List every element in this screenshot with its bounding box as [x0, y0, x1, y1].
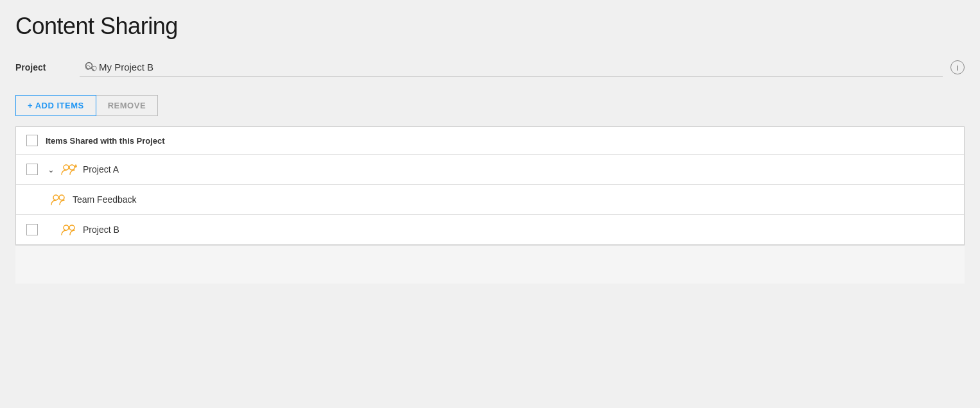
- svg-point-6: [53, 195, 58, 200]
- svg-point-2: [64, 165, 69, 170]
- table-row: Project B: [16, 215, 964, 244]
- row-label-project-b: Project B: [83, 225, 119, 235]
- chevron-down-icon[interactable]: ⌄: [44, 165, 57, 174]
- add-items-button[interactable]: + ADD ITEMS: [15, 95, 96, 116]
- items-table: Items Shared with this Project ⌄ Project…: [15, 126, 965, 245]
- toolbar: + ADD ITEMS REMOVE: [15, 95, 965, 116]
- table-header: Items Shared with this Project: [16, 127, 964, 155]
- page-title: Content Sharing: [15, 13, 965, 40]
- row-checkbox-project-b[interactable]: [26, 224, 38, 235]
- table-header-label: Items Shared with this Project: [46, 136, 165, 146]
- table-row: ⌄ Project A: [16, 155, 964, 185]
- table-footer-spacer: [15, 245, 965, 284]
- table-row: Team Feedback: [16, 185, 964, 215]
- search-icon: [85, 62, 95, 74]
- project-icon-project-b: [60, 223, 78, 237]
- project-label: Project: [15, 62, 80, 72]
- project-row: Project ○⌕ i: [15, 58, 965, 77]
- project-icon-project-a: [60, 162, 78, 176]
- svg-point-3: [69, 165, 74, 170]
- row-checkbox-project-a[interactable]: [26, 164, 38, 175]
- project-search-wrapper: ○⌕: [80, 58, 943, 77]
- project-search-input[interactable]: [80, 58, 943, 77]
- info-icon[interactable]: i: [950, 60, 965, 74]
- svg-point-8: [64, 225, 69, 230]
- header-checkbox[interactable]: [26, 135, 38, 146]
- project-icon-team-feedback: [49, 192, 67, 207]
- svg-point-9: [69, 225, 74, 230]
- svg-point-7: [59, 195, 64, 200]
- svg-line-1: [92, 68, 94, 71]
- row-label-team-feedback: Team Feedback: [73, 194, 137, 205]
- row-label-project-a: Project A: [83, 164, 119, 174]
- remove-button[interactable]: REMOVE: [96, 95, 158, 116]
